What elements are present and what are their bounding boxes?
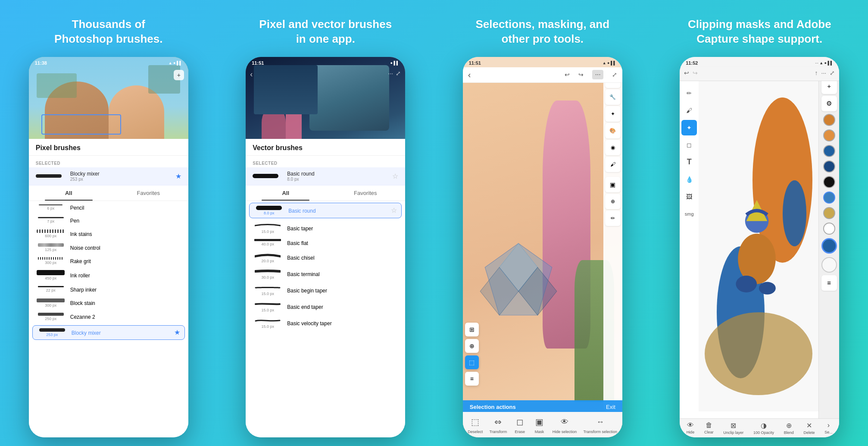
hide-selection-tool[interactable]: 👁 Hide selection: [553, 415, 577, 434]
swatch-black[interactable]: [823, 176, 835, 188]
vector-tab-favorites[interactable]: Favorites: [325, 185, 405, 201]
mask-tool-btn[interactable]: ▣: [605, 177, 621, 192]
undo-p4[interactable]: ↩: [684, 69, 689, 76]
vbrush-basic-flat[interactable]: 40.0 px Basic flat: [246, 236, 405, 249]
vbrush-name-terminal: Basic terminal: [287, 270, 398, 278]
transform-btn[interactable]: ⊕: [465, 339, 479, 353]
stroke-inkstains: [37, 229, 65, 233]
expand-p4[interactable]: ⤢: [830, 69, 835, 76]
brush-item-sharpinker[interactable]: 22 px Sharp inker: [29, 283, 188, 296]
brush-tool-btn[interactable]: ✏: [605, 210, 621, 226]
eyedrop-tool-p4[interactable]: 💧: [681, 172, 697, 187]
phone-2: 11:51 ● ▌▌ ‹ ··· ⤢ Vector br: [246, 57, 405, 437]
image-tool-p4[interactable]: 🖼: [681, 189, 697, 204]
more-btn-p4[interactable]: › Se...: [824, 421, 833, 435]
brush-item-blocky-selected[interactable]: 253 px Blocky mixer ★: [32, 325, 185, 340]
transform-tool[interactable]: ⇔ Transform: [490, 415, 507, 434]
hide-btn-p4[interactable]: 👁 Hide: [687, 421, 695, 435]
transform-selection-tool[interactable]: ↔ Transform selection: [583, 415, 617, 434]
brush-preview-blockstain: 300 px: [36, 298, 66, 308]
vector-selected-brush-row[interactable]: Basic round 8.0 px ☆: [246, 167, 405, 185]
active-color-swatch[interactable]: [821, 238, 837, 254]
smudge-tool-p4[interactable]: smg: [681, 206, 697, 222]
redo-p4[interactable]: ↪: [693, 69, 698, 76]
clear-btn-p4[interactable]: 🗑 Clear: [704, 421, 714, 435]
favorite-star-selected[interactable]: ★: [175, 172, 181, 180]
brush-settings-btn[interactable]: 🔧: [605, 89, 621, 105]
paint-btn[interactable]: 🖌: [605, 157, 621, 172]
dots-p4[interactable]: ···: [821, 69, 827, 76]
nav-back-btn[interactable]: ‹: [250, 70, 253, 79]
glass-svg: [471, 189, 566, 384]
effects-btn[interactable]: ✦: [605, 106, 621, 122]
brush-item-pencil[interactable]: 6 px Pencil: [29, 201, 188, 214]
swatch-blue[interactable]: [823, 145, 835, 157]
add-btn-overlay[interactable]: +: [174, 70, 184, 80]
phone3-illustration: 11:51 ▲ ● ▌▌ ‹ ↩ ↪ ··· ⤢: [463, 57, 622, 437]
brush-item-inkstains[interactable]: 600 px Ink stains: [29, 227, 188, 241]
vbrush-basic-taper[interactable]: 15.0 px Basic taper: [246, 220, 405, 236]
expand-btn-p3[interactable]: ⤢: [612, 71, 617, 78]
back-btn-p3[interactable]: ‹: [468, 70, 471, 80]
delete-btn-p4[interactable]: ✕ Delete: [804, 421, 815, 435]
nav-dots-btn[interactable]: ···: [388, 70, 393, 77]
vector-selected-section: SELECTED: [246, 156, 405, 167]
vector-tool-p4[interactable]: ✦: [681, 120, 697, 135]
vbrush-name-velocity: Basic velocity taper: [287, 319, 398, 327]
brush-item-noise[interactable]: 125 px Noise control: [29, 241, 188, 254]
secondary-color-swatch[interactable]: [821, 257, 837, 273]
vbrush-basic-terminal[interactable]: 30.0 px Basic terminal: [246, 266, 405, 282]
swatch-orange[interactable]: [823, 114, 835, 126]
erase-tool[interactable]: ◻ Erase: [513, 415, 526, 434]
brush-item-pen[interactable]: 7 px Pen: [29, 214, 188, 227]
vbrush-basic-chisel[interactable]: 20.0 px Basic chisel: [246, 249, 405, 266]
vbrush-basic-round[interactable]: 8.0 px Basic round ☆: [249, 203, 402, 218]
vector-favorite-star[interactable]: ☆: [392, 172, 398, 180]
swatch-white[interactable]: [823, 223, 835, 235]
brush-name-sharpinker: Sharp inker: [70, 286, 181, 293]
stamp-btn[interactable]: ◉: [605, 140, 621, 155]
tab-all[interactable]: All: [29, 185, 109, 201]
brush-item-cezanne[interactable]: 250 px Cezanne 2: [29, 310, 188, 324]
swatch-selected-blue[interactable]: [823, 192, 835, 204]
vbrush-basic-end[interactable]: 15.0 px Basic end taper: [246, 298, 405, 315]
clear-label-p4: Clear: [704, 430, 714, 434]
settings-rt-btn[interactable]: ⚙: [821, 96, 837, 111]
mask-tool[interactable]: ▣ Mask: [533, 415, 546, 434]
swatch-light-orange[interactable]: [823, 129, 835, 141]
vbrush-basic-begin[interactable]: 15.0 px Basic begin taper: [246, 282, 405, 298]
brush-item-inkroller[interactable]: 450 px Ink roller: [29, 267, 188, 283]
brush-tool-p4[interactable]: 🖌: [681, 103, 697, 118]
phone1-illustration: 11:38 ▲ ● ▌▌ +: [29, 57, 188, 139]
blend-btn-p4[interactable]: ⊕ Blend: [784, 421, 794, 435]
layers-btn[interactable]: ≡: [465, 372, 479, 386]
layers-rt-btn[interactable]: ≡: [821, 275, 837, 291]
opacity-btn-p4[interactable]: ◑ 100 Opacity: [753, 421, 774, 435]
unclip-btn-p4[interactable]: ⊠ Unclip layer: [723, 421, 743, 435]
deselect-tool[interactable]: ⬚ Deselect: [468, 415, 483, 434]
adjust-btn[interactable]: ⊕: [605, 194, 621, 209]
brush-favorite-star[interactable]: ★: [174, 328, 180, 336]
swatch-dark-blue[interactable]: [823, 160, 835, 173]
grid-btn[interactable]: ⊞: [465, 323, 479, 336]
share-p4[interactable]: ↑: [815, 69, 818, 76]
undo-btn-p3[interactable]: ↩: [565, 71, 570, 78]
vector-tab-all[interactable]: All: [246, 185, 325, 201]
swatch-gold[interactable]: [823, 207, 835, 219]
pencil-tool-p4[interactable]: ✏: [681, 85, 697, 101]
vbrush-star-round[interactable]: ☆: [391, 206, 397, 214]
selected-brush-row[interactable]: Blocky mixer 253 px ★: [29, 167, 188, 185]
exit-label[interactable]: Exit: [606, 404, 615, 410]
brush-item-blockstain[interactable]: 300 px Block stain: [29, 296, 188, 310]
selection-btn-active[interactable]: ⬚: [465, 355, 479, 369]
redo-btn-p3[interactable]: ↪: [578, 71, 584, 78]
nav-expand-btn[interactable]: ⤢: [396, 70, 401, 77]
panel-1-title: Thousands of Photoshop brushes.: [54, 17, 162, 47]
dots-btn-p3[interactable]: ···: [592, 70, 603, 79]
text-tool-p4[interactable]: T: [681, 154, 697, 170]
eraser-tool-p4[interactable]: ◻: [681, 137, 697, 153]
brush-item-rake[interactable]: 300 px Rake grit: [29, 254, 188, 267]
tab-favorites[interactable]: Favorites: [109, 185, 188, 201]
vbrush-basic-velocity[interactable]: 15.0 px Basic velocity taper: [246, 315, 405, 331]
color-btn[interactable]: 🎨: [605, 123, 621, 138]
